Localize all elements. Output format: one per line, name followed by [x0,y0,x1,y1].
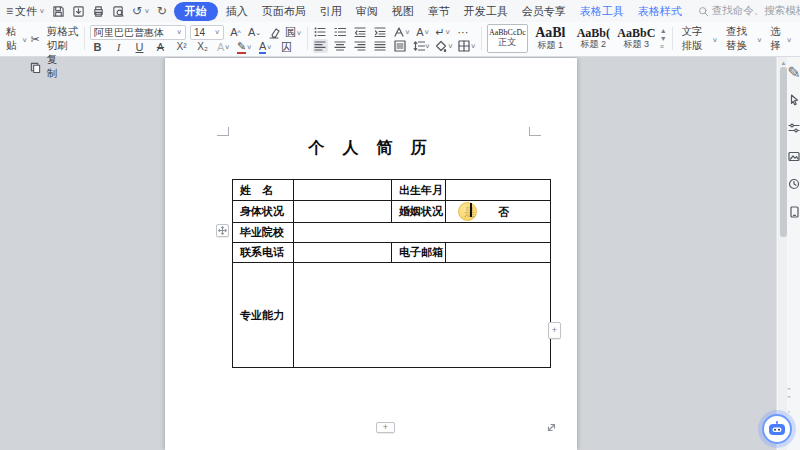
tab-home[interactable]: 开始 [174,2,218,21]
marital-no-option[interactable]: 否 [498,205,509,220]
strikethrough-button[interactable]: A [153,40,168,54]
decrease-font-button[interactable]: A⌄ [247,26,262,40]
clear-format-button[interactable] [266,26,281,40]
history-clock-icon[interactable] [787,177,800,191]
style-heading3[interactable]: AaBbC 标题 3 [616,24,657,53]
command-search-box[interactable]: 查找命令、搜索模板 [698,4,800,18]
wrap-break-button[interactable]: ↵∨ [435,25,450,39]
mobile-view-icon[interactable] [787,205,800,219]
char-scale-button[interactable]: A∨ [415,25,430,39]
cell-skills-label[interactable]: 专业能力 [233,263,294,368]
table-resize-handle[interactable] [546,419,558,431]
image-tool-icon[interactable] [787,149,800,163]
cell-health-value[interactable] [294,201,392,223]
cell-name-value[interactable] [294,180,392,201]
tab-table-tools[interactable]: 表格工具 [574,2,630,21]
char-border-button[interactable]: 囚 [279,40,294,54]
font-name-select[interactable]: 阿里巴巴普惠体 ∨ [90,25,186,40]
add-column-button[interactable]: + [548,322,561,339]
copy-button[interactable]: 复制 [28,53,58,81]
style-normal[interactable]: AaBbCcDc 正文 [487,24,528,53]
highlight-color-button[interactable]: ✎∨ [237,40,252,54]
gallery-scroll-down-button[interactable]: ▼ [660,35,667,42]
cell-health-label[interactable]: 身体状况 [233,201,294,223]
tab-developer[interactable]: 开发工具 [458,2,514,21]
justify-button[interactable] [373,39,388,53]
tab-page-layout[interactable]: 页面布局 [256,2,312,21]
style-name: 标题 2 [581,39,607,50]
distribute-button[interactable] [393,39,408,53]
borders-button[interactable]: ∨ [458,39,476,53]
subscript-button[interactable]: X₂ [195,40,210,54]
tab-table-style[interactable]: 表格样式 [632,2,688,21]
cell-birth-label[interactable]: 出生年月 [392,180,446,201]
cell-school-label[interactable]: 毕业院校 [233,223,294,243]
cell-marital-label[interactable]: 婚姻状况 [392,201,446,223]
bold-button[interactable]: B [90,40,105,54]
align-left-button[interactable] [313,39,328,53]
increase-indent-button[interactable] [373,25,388,39]
document-workspace[interactable]: 个 人 简 历 姓 名 出生年月 身体状况 婚姻状况 是 否 [0,57,776,450]
increase-font-button[interactable]: A^ [228,26,243,40]
underline-button[interactable]: U [132,40,147,54]
tab-references[interactable]: 引用 [314,2,348,21]
scrollbar-thumb[interactable] [780,67,787,237]
text-direction-button[interactable]: ∨ [393,25,411,39]
document-title[interactable]: 个 人 简 历 [165,138,577,159]
italic-button[interactable]: I [111,40,126,54]
tab-view[interactable]: 视图 [386,2,420,21]
tab-insert[interactable]: 插入 [220,2,254,21]
align-right-button[interactable] [353,39,368,53]
font-color-button[interactable]: A∨ [258,40,273,54]
settings-sliders-icon[interactable] [787,121,800,135]
line-spacing-button[interactable]: ∨ [413,39,431,53]
file-menu[interactable]: ≡ 文件 ∨ [6,4,45,19]
superscript-button[interactable]: X² [174,40,189,54]
tab-member[interactable]: 会员专享 [516,2,572,21]
cell-phone-label[interactable]: 联系电话 [233,243,294,263]
print-button[interactable] [92,5,105,18]
ai-assistant-button[interactable] [758,410,796,448]
paragraph-more-button[interactable]: ⋯ [456,25,471,39]
decrease-indent-button[interactable] [353,25,368,39]
phonetic-guide-button[interactable]: 囻∨ [285,26,302,40]
export-pdf-button[interactable] [72,5,85,18]
previous-page-button[interactable]: ⌃⌃ [786,387,792,403]
style-heading1[interactable]: AaBl 标题 1 [530,24,571,53]
select-tool-button[interactable]: 选择∨ [766,24,796,53]
edit-pencil-icon[interactable]: ✎ [787,65,800,79]
format-painter-button[interactable]: 格式刷 [57,25,79,53]
print-preview-button[interactable] [112,5,125,18]
bullet-list-button[interactable] [313,25,328,39]
save-button[interactable] [52,5,65,18]
shading-fill-button[interactable]: ∨ [435,39,453,53]
add-row-button[interactable]: + [376,422,395,433]
gallery-scroll-up-button[interactable]: ▲ [660,27,667,34]
find-replace-button[interactable]: 查找替换∨ [722,24,766,53]
cell-email-value[interactable] [446,243,551,263]
cell-name-label[interactable]: 姓 名 [233,180,294,201]
redo-button[interactable]: ↻ [157,5,167,17]
numbered-list-button[interactable] [333,25,348,39]
cell-birth-value[interactable] [446,180,551,201]
cell-email-label[interactable]: 电子邮箱 [392,243,446,263]
paste-button[interactable]: 粘贴 ∨ [6,25,28,53]
text-effects-button[interactable]: A∨ [216,40,231,54]
cut-button[interactable]: ✂ 剪切 [28,25,58,53]
text-layout-button[interactable]: 文字排版∨ [677,24,721,53]
undo-button[interactable]: ↺ ∨ [132,5,150,17]
table-move-handle[interactable] [216,224,229,237]
tab-section[interactable]: 章节 [422,2,456,21]
align-center-button[interactable] [333,39,348,53]
cell-skills-value[interactable] [294,263,551,368]
gallery-more-button[interactable]: ≡ [660,43,667,50]
font-size-select[interactable]: 14 ∨ [190,25,224,40]
cell-school-value[interactable] [294,223,551,243]
cell-phone-value[interactable] [294,243,392,263]
select-arrow-icon[interactable] [787,93,800,107]
document-page[interactable]: 个 人 简 历 姓 名 出生年月 身体状况 婚姻状况 是 否 [165,58,577,450]
resume-table[interactable]: 姓 名 出生年月 身体状况 婚姻状况 是 否 [232,179,551,368]
style-heading2[interactable]: AaBb( 标题 2 [573,24,614,53]
tab-review[interactable]: 审阅 [350,2,384,21]
cell-marital-value[interactable]: 是 否 [446,201,551,223]
